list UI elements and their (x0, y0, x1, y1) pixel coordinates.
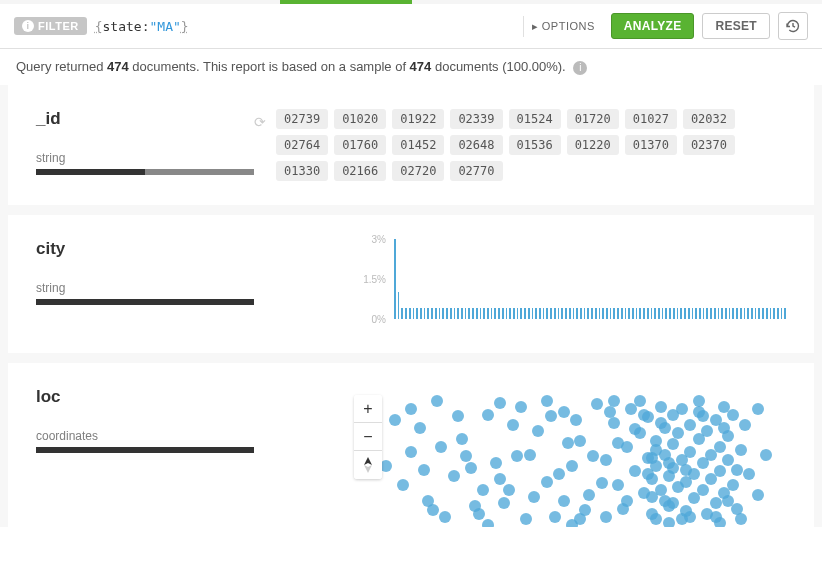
chart-bar[interactable] (710, 308, 712, 319)
map-point[interactable] (596, 477, 608, 489)
chart-bar[interactable] (777, 308, 779, 319)
chart-bar[interactable] (651, 308, 653, 319)
chart-bar[interactable] (595, 308, 597, 319)
chart-bar[interactable] (584, 308, 586, 319)
chart-bar[interactable] (539, 308, 541, 319)
chart-bar[interactable] (643, 308, 645, 319)
chart-bar[interactable] (695, 308, 697, 319)
chart-bar[interactable] (394, 239, 396, 319)
map-point[interactable] (549, 511, 561, 523)
map-point[interactable] (735, 513, 747, 525)
chart-bar[interactable] (781, 308, 783, 319)
chart-bar[interactable] (703, 308, 705, 319)
chart-bar[interactable] (766, 308, 768, 319)
map-point[interactable] (714, 517, 726, 527)
chart-bar[interactable] (439, 308, 441, 319)
map-point[interactable] (418, 464, 430, 476)
map-point[interactable] (634, 395, 646, 407)
chart-bar[interactable] (758, 308, 760, 319)
map-point[interactable] (600, 454, 612, 466)
map-point[interactable] (435, 441, 447, 453)
chart-bar[interactable] (524, 308, 526, 319)
map-point[interactable] (642, 468, 654, 480)
map-point[interactable] (684, 446, 696, 458)
value-tag[interactable]: 01760 (334, 135, 386, 155)
map-point[interactable] (714, 441, 726, 453)
chart-bar[interactable] (665, 308, 667, 319)
map-point[interactable] (727, 409, 739, 421)
chart-bar[interactable] (502, 308, 504, 319)
chart-bar[interactable] (457, 308, 459, 319)
map-point[interactable] (498, 497, 510, 509)
map-point[interactable] (414, 422, 426, 434)
map-point[interactable] (684, 419, 696, 431)
map-point[interactable] (405, 446, 417, 458)
chart-bar[interactable] (658, 308, 660, 319)
value-tag[interactable]: 01330 (276, 161, 328, 181)
map-point[interactable] (477, 484, 489, 496)
map-point[interactable] (697, 410, 709, 422)
map-point[interactable] (604, 406, 616, 418)
map-point[interactable] (701, 425, 713, 437)
chart-bar[interactable] (677, 308, 679, 319)
chart-bar[interactable] (558, 308, 560, 319)
map-point[interactable] (697, 484, 709, 496)
value-tag[interactable]: 02720 (392, 161, 444, 181)
chart-bar[interactable] (621, 308, 623, 319)
zoom-in-button[interactable]: + (354, 395, 382, 423)
value-tag[interactable]: 01020 (334, 109, 386, 129)
map-point[interactable] (562, 437, 574, 449)
chart-bar[interactable] (554, 308, 556, 319)
chart-bar[interactable] (446, 308, 448, 319)
chart-bar[interactable] (762, 308, 764, 319)
chart-bar[interactable] (532, 308, 534, 319)
chart-bar[interactable] (480, 308, 482, 319)
value-tag[interactable]: 01220 (567, 135, 619, 155)
map-point[interactable] (752, 403, 764, 415)
map-point[interactable] (667, 497, 679, 509)
map-point[interactable] (558, 406, 570, 418)
map-point[interactable] (591, 398, 603, 410)
value-tag[interactable]: 02648 (450, 135, 502, 155)
map-point[interactable] (579, 504, 591, 516)
chart-bar[interactable] (494, 308, 496, 319)
map-point[interactable] (693, 395, 705, 407)
map-point[interactable] (532, 425, 544, 437)
value-tag[interactable]: 01027 (625, 109, 677, 129)
map-point[interactable] (482, 409, 494, 421)
chart-bar[interactable] (435, 308, 437, 319)
chart-bar[interactable] (784, 308, 786, 319)
chart-bar[interactable] (506, 308, 508, 319)
chart-bar[interactable] (718, 308, 720, 319)
chart-bar[interactable] (442, 308, 444, 319)
value-tag[interactable]: 01536 (509, 135, 561, 155)
chart-bar[interactable] (520, 308, 522, 319)
map-point[interactable] (566, 460, 578, 472)
map-point[interactable] (587, 450, 599, 462)
map-point[interactable] (583, 489, 595, 501)
map-point[interactable] (735, 444, 747, 456)
map-point[interactable] (672, 427, 684, 439)
chart-bar[interactable] (751, 308, 753, 319)
chart-bar[interactable] (420, 308, 422, 319)
chart-bar[interactable] (706, 308, 708, 319)
map-point[interactable] (427, 504, 439, 516)
map-point[interactable] (676, 403, 688, 415)
chart-bar[interactable] (688, 308, 690, 319)
reset-button[interactable]: RESET (702, 13, 770, 39)
map-point[interactable] (629, 465, 641, 477)
chart-bar[interactable] (561, 308, 563, 319)
chart-bar[interactable] (692, 308, 694, 319)
map-point[interactable] (515, 401, 527, 413)
map-point[interactable] (710, 497, 722, 509)
map-point[interactable] (566, 519, 578, 527)
map-point[interactable] (646, 491, 658, 503)
value-tag[interactable]: 01370 (625, 135, 677, 155)
chart-bar[interactable] (424, 308, 426, 319)
map-point[interactable] (731, 464, 743, 476)
value-tag[interactable]: 02739 (276, 109, 328, 129)
map-point[interactable] (465, 462, 477, 474)
chart-bar[interactable] (669, 308, 671, 319)
chart-bar[interactable] (427, 308, 429, 319)
chart-bar[interactable] (398, 292, 400, 319)
